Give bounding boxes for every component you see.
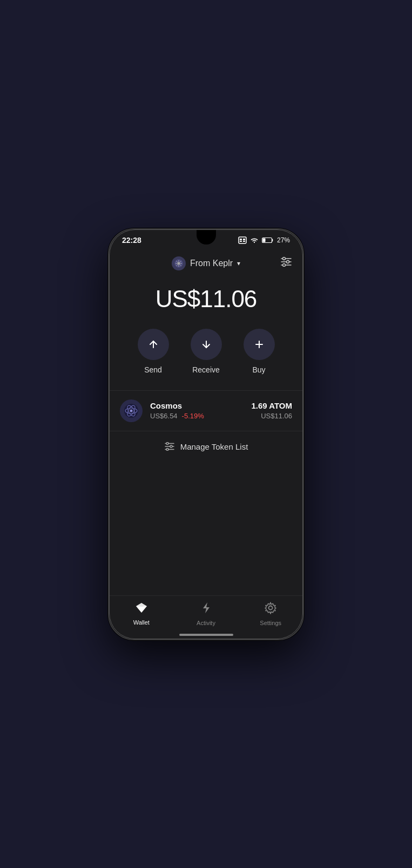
nav-item-wallet[interactable]: Wallet [109,602,174,626]
total-balance: US$11.06 [156,286,257,313]
status-icons: 27% [238,236,290,244]
wallet-nav-label: Wallet [133,619,150,626]
svg-rect-7 [262,238,265,242]
svg-point-37 [166,443,168,445]
manage-tokens-label: Manage Token List [180,442,248,451]
filter-icon[interactable] [280,257,292,269]
phone-frame: 22:28 [108,228,304,640]
activity-nav-label: Activity [197,620,215,626]
chevron-down-icon: ▾ [237,260,240,267]
cosmos-token-name: Cosmos [150,401,244,410]
screen: 22:28 [109,229,303,639]
activity-nav-icon [201,601,212,618]
send-label: Send [144,365,162,374]
svg-point-19 [287,261,289,263]
cosmos-token-info: Cosmos US$6.54 -5.19% [150,401,244,420]
send-icon-circle [138,329,169,360]
keplr-logo-icon [172,256,186,270]
wallet-nav-icon [135,602,148,617]
cosmos-token-value: US$11.06 [251,412,292,420]
battery-percent: 27% [277,236,290,244]
svg-point-5 [254,242,255,243]
receive-icon-circle [191,329,222,360]
svg-marker-42 [203,602,210,613]
buy-button[interactable]: Buy [244,329,275,374]
manage-token-list-button[interactable]: Manage Token List [109,431,303,462]
nav-item-settings[interactable]: Settings [238,601,303,626]
svg-point-38 [170,445,172,447]
table-row[interactable]: Cosmos US$6.54 -5.19% 1.69 ATOM US$11.06 [109,391,303,431]
svg-point-20 [283,264,286,267]
bottom-nav: Wallet Activity [109,595,303,639]
svg-point-43 [269,606,273,609]
nav-item-activity[interactable]: Activity [174,601,239,626]
home-indicator [179,634,233,636]
cosmos-token-price: US$6.54 [150,412,178,420]
app-content: From Keplr ▾ US$11.06 [109,248,303,639]
cosmos-token-balance: 1.69 ATOM US$11.06 [251,401,292,420]
receive-label: Receive [192,365,220,374]
send-button[interactable]: Send [138,329,169,374]
cosmos-price-row: US$6.54 -5.19% [150,412,244,420]
header: From Keplr ▾ [109,248,303,275]
cosmos-token-amount: 1.69 ATOM [251,401,292,410]
battery-icon [262,237,274,243]
svg-marker-41 [136,603,147,607]
svg-rect-1 [240,239,242,240]
wallet-selector[interactable]: From Keplr ▾ [172,256,240,270]
buy-label: Buy [252,365,265,374]
settings-nav-icon [264,601,277,618]
buy-icon-circle [244,329,275,360]
svg-rect-2 [243,239,245,240]
cosmos-token-change: -5.19% [182,412,204,420]
token-list: Cosmos US$6.54 -5.19% 1.69 ATOM US$11.06 [109,391,303,595]
cosmos-token-logo [120,399,143,422]
svg-point-18 [283,257,286,260]
manage-tokens-icon [164,442,175,451]
svg-rect-3 [240,241,242,242]
svg-point-39 [166,449,168,451]
svg-rect-4 [243,241,245,242]
settings-nav-label: Settings [260,620,281,626]
status-time: 22:28 [122,236,141,245]
receive-button[interactable]: Receive [191,329,222,374]
wifi-icon [250,237,259,243]
action-buttons: Send Receive [109,329,303,390]
wallet-source-label: From Keplr [190,259,233,268]
balance-section: US$11.06 [109,275,303,329]
sim-icon [238,236,247,244]
svg-point-14 [178,262,180,265]
svg-point-30 [130,409,133,412]
